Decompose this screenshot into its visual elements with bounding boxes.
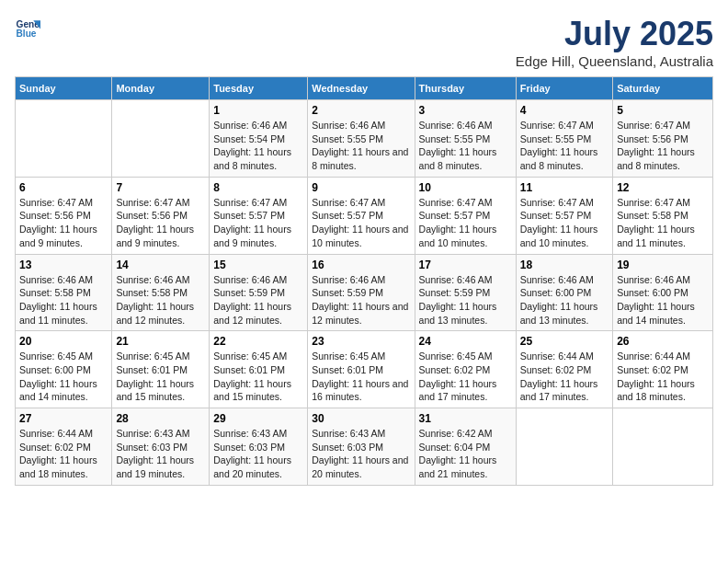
day-cell: 6Sunrise: 6:47 AM Sunset: 5:56 PM Daylig…	[16, 177, 112, 254]
day-number: 2	[312, 104, 410, 117]
day-number: 19	[617, 259, 709, 271]
day-info: Sunrise: 6:45 AM Sunset: 6:01 PM Dayligh…	[312, 350, 410, 404]
day-info: Sunrise: 6:45 AM Sunset: 6:01 PM Dayligh…	[116, 350, 205, 404]
day-cell	[516, 408, 612, 486]
day-cell	[112, 100, 210, 178]
day-cell: 4Sunrise: 6:47 AM Sunset: 5:55 PM Daylig…	[516, 100, 612, 178]
day-cell: 17Sunrise: 6:46 AM Sunset: 5:59 PM Dayli…	[415, 254, 516, 331]
day-info: Sunrise: 6:47 AM Sunset: 5:58 PM Dayligh…	[617, 196, 709, 250]
day-cell: 11Sunrise: 6:47 AM Sunset: 5:57 PM Dayli…	[516, 177, 612, 254]
day-cell: 18Sunrise: 6:46 AM Sunset: 6:00 PM Dayli…	[516, 254, 612, 331]
day-number: 7	[116, 181, 205, 194]
day-info: Sunrise: 6:46 AM Sunset: 5:59 PM Dayligh…	[419, 273, 512, 327]
day-number: 1	[213, 104, 303, 117]
day-number: 12	[617, 181, 709, 194]
subtitle: Edge Hill, Queensland, Australia	[516, 53, 713, 69]
day-cell: 5Sunrise: 6:47 AM Sunset: 5:56 PM Daylig…	[613, 100, 713, 178]
day-info: Sunrise: 6:47 AM Sunset: 5:56 PM Dayligh…	[617, 119, 709, 173]
day-number: 6	[19, 181, 108, 194]
day-number: 13	[19, 259, 108, 271]
day-number: 25	[520, 335, 609, 348]
day-cell	[16, 100, 112, 178]
day-number: 30	[312, 412, 410, 425]
day-info: Sunrise: 6:47 AM Sunset: 5:55 PM Dayligh…	[520, 119, 609, 173]
day-number: 28	[116, 412, 205, 425]
day-number: 15	[213, 259, 303, 271]
day-cell: 26Sunrise: 6:44 AM Sunset: 6:02 PM Dayli…	[613, 331, 713, 408]
day-info: Sunrise: 6:47 AM Sunset: 5:57 PM Dayligh…	[419, 196, 512, 250]
day-number: 16	[312, 259, 410, 271]
title-area: July 2025 Edge Hill, Queensland, Austral…	[516, 15, 713, 69]
day-cell: 30Sunrise: 6:43 AM Sunset: 6:03 PM Dayli…	[308, 408, 415, 486]
day-info: Sunrise: 6:47 AM Sunset: 5:56 PM Dayligh…	[116, 196, 205, 250]
header-row: SundayMondayTuesdayWednesdayThursdayFrid…	[16, 77, 713, 100]
day-info: Sunrise: 6:43 AM Sunset: 6:03 PM Dayligh…	[312, 427, 410, 481]
week-row-4: 20Sunrise: 6:45 AM Sunset: 6:00 PM Dayli…	[16, 331, 713, 408]
day-number: 27	[19, 412, 108, 425]
header-cell-wednesday: Wednesday	[308, 77, 415, 100]
day-info: Sunrise: 6:44 AM Sunset: 6:02 PM Dayligh…	[19, 427, 108, 481]
day-info: Sunrise: 6:47 AM Sunset: 5:57 PM Dayligh…	[213, 196, 303, 250]
day-info: Sunrise: 6:46 AM Sunset: 5:55 PM Dayligh…	[419, 119, 512, 173]
day-cell: 27Sunrise: 6:44 AM Sunset: 6:02 PM Dayli…	[16, 408, 112, 486]
day-number: 21	[116, 335, 205, 348]
day-cell: 23Sunrise: 6:45 AM Sunset: 6:01 PM Dayli…	[308, 331, 415, 408]
main-title: July 2025	[516, 15, 713, 53]
day-info: Sunrise: 6:43 AM Sunset: 6:03 PM Dayligh…	[213, 427, 303, 481]
day-info: Sunrise: 6:47 AM Sunset: 5:57 PM Dayligh…	[312, 196, 410, 250]
day-number: 18	[520, 259, 609, 271]
day-info: Sunrise: 6:43 AM Sunset: 6:03 PM Dayligh…	[116, 427, 205, 481]
day-number: 8	[213, 181, 303, 194]
day-info: Sunrise: 6:45 AM Sunset: 6:02 PM Dayligh…	[419, 350, 512, 404]
day-info: Sunrise: 6:47 AM Sunset: 5:56 PM Dayligh…	[19, 196, 108, 250]
day-info: Sunrise: 6:47 AM Sunset: 5:57 PM Dayligh…	[520, 196, 609, 250]
day-number: 11	[520, 181, 609, 194]
day-number: 26	[617, 335, 709, 348]
day-info: Sunrise: 6:46 AM Sunset: 5:55 PM Dayligh…	[312, 119, 410, 173]
day-info: Sunrise: 6:46 AM Sunset: 5:59 PM Dayligh…	[312, 273, 410, 327]
svg-text:Blue: Blue	[17, 29, 37, 39]
day-cell: 14Sunrise: 6:46 AM Sunset: 5:58 PM Dayli…	[112, 254, 210, 331]
day-cell: 24Sunrise: 6:45 AM Sunset: 6:02 PM Dayli…	[415, 331, 516, 408]
day-cell: 13Sunrise: 6:46 AM Sunset: 5:58 PM Dayli…	[16, 254, 112, 331]
day-cell: 12Sunrise: 6:47 AM Sunset: 5:58 PM Dayli…	[613, 177, 713, 254]
day-cell: 9Sunrise: 6:47 AM Sunset: 5:57 PM Daylig…	[308, 177, 415, 254]
day-number: 3	[419, 104, 512, 117]
day-cell: 8Sunrise: 6:47 AM Sunset: 5:57 PM Daylig…	[210, 177, 308, 254]
week-row-5: 27Sunrise: 6:44 AM Sunset: 6:02 PM Dayli…	[16, 408, 713, 486]
day-cell: 21Sunrise: 6:45 AM Sunset: 6:01 PM Dayli…	[112, 331, 210, 408]
day-info: Sunrise: 6:46 AM Sunset: 5:59 PM Dayligh…	[213, 273, 303, 327]
day-number: 17	[419, 259, 512, 271]
day-info: Sunrise: 6:46 AM Sunset: 5:54 PM Dayligh…	[213, 119, 303, 173]
calendar-table: SundayMondayTuesdayWednesdayThursdayFrid…	[15, 76, 713, 486]
day-cell: 3Sunrise: 6:46 AM Sunset: 5:55 PM Daylig…	[415, 100, 516, 178]
logo-icon: General Blue	[15, 15, 40, 40]
day-number: 31	[419, 412, 512, 425]
day-cell: 28Sunrise: 6:43 AM Sunset: 6:03 PM Dayli…	[112, 408, 210, 486]
day-number: 20	[19, 335, 108, 348]
header-cell-friday: Friday	[516, 77, 612, 100]
week-row-2: 6Sunrise: 6:47 AM Sunset: 5:56 PM Daylig…	[16, 177, 713, 254]
day-cell: 19Sunrise: 6:46 AM Sunset: 6:00 PM Dayli…	[613, 254, 713, 331]
day-info: Sunrise: 6:45 AM Sunset: 6:01 PM Dayligh…	[213, 350, 303, 404]
day-number: 22	[213, 335, 303, 348]
day-cell: 2Sunrise: 6:46 AM Sunset: 5:55 PM Daylig…	[308, 100, 415, 178]
day-info: Sunrise: 6:42 AM Sunset: 6:04 PM Dayligh…	[419, 427, 512, 481]
day-cell: 1Sunrise: 6:46 AM Sunset: 5:54 PM Daylig…	[210, 100, 308, 178]
header-cell-tuesday: Tuesday	[210, 77, 308, 100]
day-info: Sunrise: 6:46 AM Sunset: 6:00 PM Dayligh…	[520, 273, 609, 327]
day-cell: 31Sunrise: 6:42 AM Sunset: 6:04 PM Dayli…	[415, 408, 516, 486]
day-info: Sunrise: 6:45 AM Sunset: 6:00 PM Dayligh…	[19, 350, 108, 404]
header-cell-sunday: Sunday	[16, 77, 112, 100]
week-row-3: 13Sunrise: 6:46 AM Sunset: 5:58 PM Dayli…	[16, 254, 713, 331]
logo: General Blue	[15, 15, 40, 40]
day-cell: 29Sunrise: 6:43 AM Sunset: 6:03 PM Dayli…	[210, 408, 308, 486]
day-number: 23	[312, 335, 410, 348]
day-number: 9	[312, 181, 410, 194]
day-info: Sunrise: 6:46 AM Sunset: 5:58 PM Dayligh…	[116, 273, 205, 327]
day-info: Sunrise: 6:46 AM Sunset: 5:58 PM Dayligh…	[19, 273, 108, 327]
day-number: 5	[617, 104, 709, 117]
day-cell: 15Sunrise: 6:46 AM Sunset: 5:59 PM Dayli…	[210, 254, 308, 331]
week-row-1: 1Sunrise: 6:46 AM Sunset: 5:54 PM Daylig…	[16, 100, 713, 178]
day-cell: 22Sunrise: 6:45 AM Sunset: 6:01 PM Dayli…	[210, 331, 308, 408]
